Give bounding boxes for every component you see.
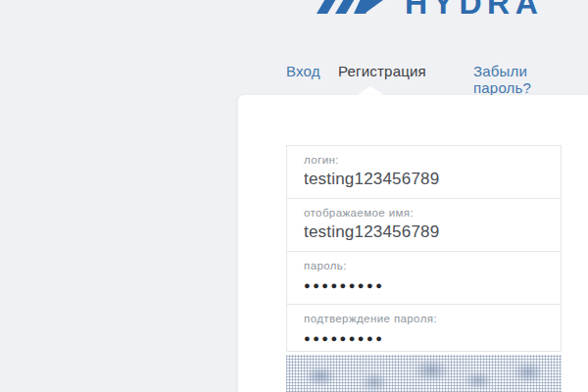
captcha-image[interactable] — [286, 355, 562, 392]
tab-register[interactable]: Регистрация — [338, 63, 426, 79]
password-confirm-field-row: подтверждение пароля: — [287, 305, 561, 351]
registration-page: { "logo": { "text": "HYDRA", "color": "#… — [0, 0, 588, 392]
password-confirm-input[interactable] — [304, 332, 549, 344]
display-name-field-row: отображаемое имя: — [287, 199, 561, 252]
registration-card: логин: отображаемое имя: пароль: подтвер… — [238, 95, 588, 392]
registration-form: логин: отображаемое имя: пароль: подтвер… — [286, 145, 562, 352]
logo-wordmark: HYDRA — [405, 0, 543, 18]
password-label: пароль: — [304, 260, 549, 271]
password-input[interactable] — [304, 279, 549, 291]
login-field-row: логин: — [287, 146, 561, 199]
password-field-row: пароль: — [287, 252, 561, 305]
display-name-label: отображаемое имя: — [304, 207, 549, 219]
login-label: логин: — [304, 154, 549, 166]
tab-forgot-password[interactable]: Забыли пароль? — [473, 63, 588, 96]
hydra-logo: HYDRA — [312, 0, 557, 18]
login-input[interactable] — [304, 170, 549, 189]
logo-stripes-icon — [317, 0, 402, 14]
card-caret — [357, 86, 384, 95]
display-name-input[interactable] — [304, 222, 549, 242]
password-confirm-label: подтверждение пароля: — [304, 313, 549, 324]
tab-login[interactable]: Вход — [286, 63, 320, 79]
